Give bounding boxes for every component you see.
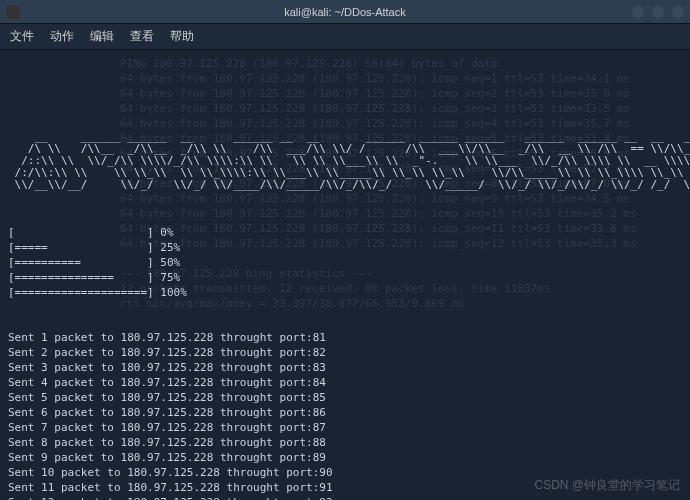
menu-actions[interactable]: 动作: [50, 28, 74, 45]
window-titlebar: kali@kali: ~/DDos-Attack: [0, 0, 690, 24]
terminal-output[interactable]: PING 180.97.125.228 (180.97.125.228) 56(…: [0, 50, 690, 500]
packet-line: Sent 2 packet to 180.97.125.228 throught…: [8, 345, 682, 360]
packet-line: Sent 5 packet to 180.97.125.228 throught…: [8, 390, 682, 405]
packet-line: Sent 9 packet to 180.97.125.228 throught…: [8, 450, 682, 465]
progress-line: [ ] 0%: [8, 225, 682, 240]
packet-line: Sent 7 packet to 180.97.125.228 throught…: [8, 420, 682, 435]
packet-output-section: Sent 1 packet to 180.97.125.228 throught…: [8, 330, 682, 500]
packet-line: Sent 1 packet to 180.97.125.228 throught…: [8, 330, 682, 345]
menu-help[interactable]: 帮助: [170, 28, 194, 45]
packet-line: Sent 3 packet to 180.97.125.228 throught…: [8, 360, 682, 375]
progress-line: [===== ] 25%: [8, 240, 682, 255]
watermark-text: CSDN @钟良堂的学习笔记: [534, 477, 680, 494]
menu-bar: 文件 动作 编辑 查看 帮助: [0, 24, 690, 50]
menu-edit[interactable]: 编辑: [90, 28, 114, 45]
app-icon: [6, 5, 20, 19]
progress-section: [ ] 0%[===== ] 25%[========== ] 50%[====…: [8, 225, 682, 300]
maximize-button[interactable]: [652, 6, 664, 18]
ascii-banner: __ ______ ______ __ ______ __ __ ______ …: [8, 131, 682, 191]
progress-line: [====================] 100%: [8, 285, 682, 300]
menu-view[interactable]: 查看: [130, 28, 154, 45]
progress-line: [========== ] 50%: [8, 255, 682, 270]
packet-line: Sent 8 packet to 180.97.125.228 throught…: [8, 435, 682, 450]
packet-line: Sent 4 packet to 180.97.125.228 throught…: [8, 375, 682, 390]
window-controls: [632, 6, 684, 18]
close-button[interactable]: [672, 6, 684, 18]
window-title: kali@kali: ~/DDos-Attack: [284, 6, 406, 18]
minimize-button[interactable]: [632, 6, 644, 18]
progress-line: [=============== ] 75%: [8, 270, 682, 285]
menu-file[interactable]: 文件: [10, 28, 34, 45]
packet-line: Sent 6 packet to 180.97.125.228 throught…: [8, 405, 682, 420]
packet-line: Sent 12 packet to 180.97.125.228 through…: [8, 495, 682, 500]
